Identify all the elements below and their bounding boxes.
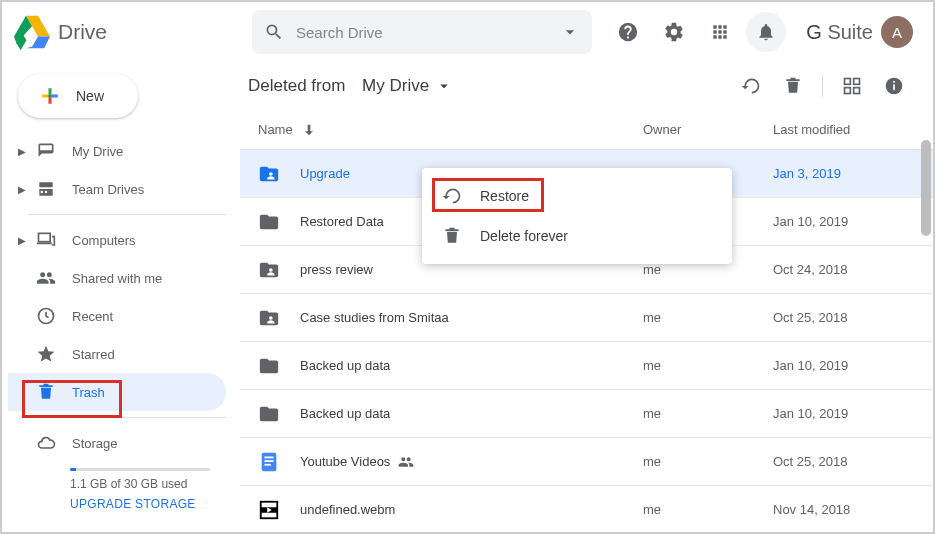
svg-point-11: [269, 268, 273, 272]
file-name: Youtube Videos: [300, 454, 643, 470]
context-delete-forever[interactable]: Delete forever: [422, 216, 732, 256]
file-modified: Jan 10, 2019: [773, 358, 913, 373]
sort-arrow-icon: [301, 122, 317, 138]
file-type-icon: [258, 307, 300, 329]
sidebar-item-label: Computers: [72, 233, 136, 248]
gsuite-badge[interactable]: G Suite A: [798, 12, 921, 52]
expand-icon[interactable]: ▶: [12, 235, 32, 246]
sidebar-item-label: My Drive: [72, 144, 123, 159]
info-icon[interactable]: [875, 67, 913, 105]
svg-rect-14: [264, 456, 273, 458]
file-type-icon: [258, 163, 300, 185]
sidebar-item-trash[interactable]: Trash: [8, 373, 226, 411]
context-menu: Restore Delete forever: [422, 168, 732, 264]
recent-icon: [36, 306, 56, 326]
file-type-icon: [258, 211, 300, 233]
column-owner[interactable]: Owner: [643, 122, 773, 137]
search-box[interactable]: Search Drive: [252, 10, 592, 54]
sidebar-item-label: Storage: [72, 436, 118, 451]
grid-view-icon[interactable]: [833, 67, 871, 105]
chevron-down-icon: [435, 77, 453, 95]
svg-rect-16: [264, 463, 270, 465]
star-icon: [36, 344, 56, 364]
computers-icon: [36, 230, 56, 250]
file-owner: me: [643, 310, 773, 325]
help-icon[interactable]: [608, 12, 648, 52]
sidebar-item-label: Shared with me: [72, 271, 162, 286]
scrollbar[interactable]: [921, 140, 931, 236]
logo-area[interactable]: Drive: [14, 14, 252, 50]
search-icon: [264, 22, 284, 42]
sidebar-item-starred[interactable]: Starred: [8, 335, 226, 373]
file-owner: me: [643, 358, 773, 373]
table-row[interactable]: undefined.webm me Nov 14, 2018: [240, 486, 933, 534]
delete-toolbar-icon[interactable]: [774, 67, 812, 105]
shared-badge-icon: [398, 454, 414, 470]
file-name: undefined.webm: [300, 502, 643, 517]
file-modified: Jan 10, 2019: [773, 214, 913, 229]
file-owner: me: [643, 454, 773, 469]
svg-rect-15: [264, 460, 273, 462]
sidebar-item-label: Trash: [72, 385, 105, 400]
svg-point-12: [269, 316, 273, 320]
column-modified[interactable]: Last modified: [773, 122, 913, 137]
sidebar-item-storage[interactable]: Storage: [8, 424, 226, 462]
column-name[interactable]: Name: [258, 122, 643, 138]
context-restore[interactable]: Restore: [422, 176, 732, 216]
table-row[interactable]: Backed up data me Jan 10, 2019: [240, 390, 933, 438]
search-dropdown-icon[interactable]: [560, 22, 580, 42]
svg-rect-1: [39, 233, 51, 241]
mydrive-icon: [36, 141, 56, 161]
file-name: Case studies from Smitaa: [300, 310, 643, 325]
app-title: Drive: [58, 20, 107, 44]
content-header: Deleted from My Drive: [240, 62, 933, 110]
expand-icon[interactable]: ▶: [12, 184, 32, 195]
header: Drive Search Drive G Suite A: [2, 2, 933, 62]
svg-rect-6: [854, 88, 860, 94]
search-placeholder: Search Drive: [296, 24, 552, 41]
sidebar-item-mydrive[interactable]: ▶ My Drive: [8, 132, 226, 170]
file-modified: Oct 25, 2018: [773, 310, 913, 325]
sidebar-item-teamdrives[interactable]: ▶ Team Drives: [8, 170, 226, 208]
file-type-icon: [258, 355, 300, 377]
teamdrives-icon: [36, 179, 56, 199]
plus-icon: [36, 82, 64, 110]
table-row[interactable]: Youtube Videos me Oct 25, 2018: [240, 438, 933, 486]
table-row[interactable]: Backed up data me Jan 10, 2019: [240, 342, 933, 390]
sidebar-item-recent[interactable]: Recent: [8, 297, 226, 335]
trash-icon: [442, 226, 462, 246]
file-name: Backed up data: [300, 358, 643, 373]
shared-icon: [36, 268, 56, 288]
file-type-icon: [258, 259, 300, 281]
content: Deleted from My Drive Name Owner Last mo…: [240, 62, 933, 534]
new-button[interactable]: New: [18, 74, 138, 118]
file-owner: me: [643, 406, 773, 421]
header-icons: [608, 12, 786, 52]
avatar[interactable]: A: [881, 16, 913, 48]
upgrade-storage-link[interactable]: UPGRADE STORAGE: [70, 497, 240, 511]
sidebar-item-label: Recent: [72, 309, 113, 324]
toolbar: [732, 67, 913, 105]
notifications-icon[interactable]: [746, 12, 786, 52]
table-row[interactable]: Case studies from Smitaa me Oct 25, 2018: [240, 294, 933, 342]
file-type-icon: [258, 403, 300, 425]
sidebar-item-computers[interactable]: ▶ Computers: [8, 221, 226, 259]
file-type-icon: [258, 451, 300, 473]
restore-toolbar-icon[interactable]: [732, 67, 770, 105]
drive-logo-icon: [14, 14, 50, 50]
apps-icon[interactable]: [700, 12, 740, 52]
svg-rect-0: [48, 94, 51, 97]
trash-icon: [36, 382, 56, 402]
restore-icon: [442, 186, 462, 206]
sidebar-item-label: Team Drives: [72, 182, 144, 197]
sidebar-item-shared[interactable]: Shared with me: [8, 259, 226, 297]
settings-icon[interactable]: [654, 12, 694, 52]
file-modified: Nov 14, 2018: [773, 502, 913, 517]
file-modified: Jan 10, 2019: [773, 406, 913, 421]
breadcrumb[interactable]: Deleted from My Drive: [248, 76, 453, 96]
svg-rect-5: [845, 88, 851, 94]
file-name: press review: [300, 262, 643, 277]
file-modified: Jan 3, 2019: [773, 166, 913, 181]
file-modified: Oct 25, 2018: [773, 454, 913, 469]
expand-icon[interactable]: ▶: [12, 146, 32, 157]
